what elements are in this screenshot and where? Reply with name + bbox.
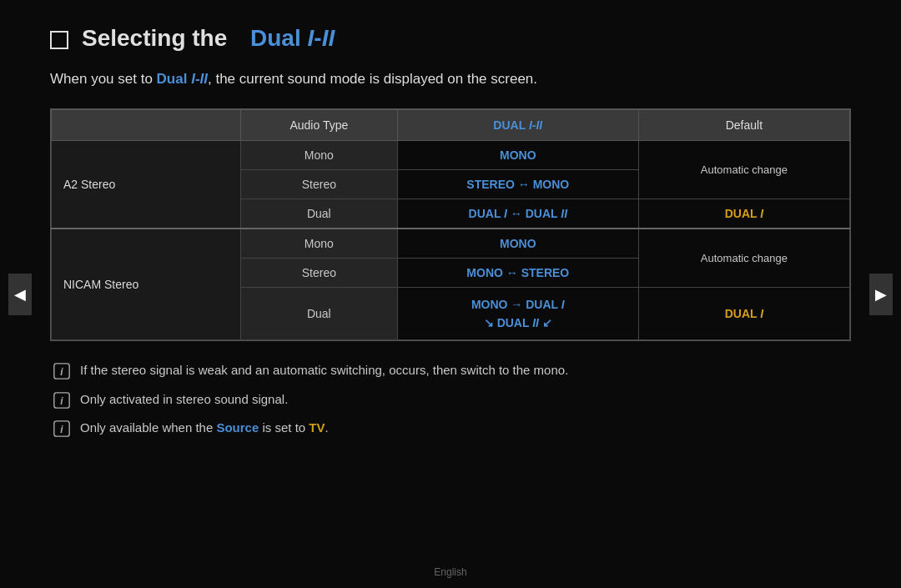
note-text-2: Only activated in stereo sound signal. bbox=[80, 390, 288, 410]
note-icon-2: i bbox=[50, 392, 73, 409]
nav-arrow-left[interactable]: ◀ bbox=[8, 274, 32, 315]
svg-text:i: i bbox=[60, 424, 63, 435]
dual-value-cell: MONO ↔ STEREO bbox=[397, 258, 638, 287]
default-auto-change: Automatic change bbox=[638, 140, 849, 199]
default-value-cell: DUAL I bbox=[638, 199, 849, 229]
subtitle-suffix: , the current sound mode is displayed on… bbox=[208, 71, 537, 87]
note-item-1: i If the stereo signal is weak and an au… bbox=[50, 361, 851, 380]
dual-value-cell: MONO bbox=[397, 140, 638, 169]
title-prefix: Selecting the bbox=[82, 25, 227, 52]
note-icon-1: i bbox=[50, 363, 73, 379]
audio-type-cell: Dual bbox=[240, 199, 397, 229]
dual-value-cell: DUAL I ↔ DUAL II bbox=[397, 199, 638, 229]
footer-language: English bbox=[434, 566, 466, 578]
audio-type-cell: Dual bbox=[240, 287, 397, 340]
dual-value-cell: MONO → DUAL I↘ DUAL II ↙ bbox=[397, 287, 638, 340]
checkbox-icon bbox=[50, 31, 68, 49]
audio-type-cell: Mono bbox=[240, 140, 397, 169]
subtitle-highlight: Dual I-II bbox=[157, 71, 208, 87]
table-row: A2 Stereo Mono MONO Automatic change bbox=[52, 140, 850, 169]
nav-arrow-right[interactable]: ▶ bbox=[869, 274, 893, 315]
col-header-audio-type: Audio Type bbox=[240, 109, 397, 140]
subtitle: When you set to Dual I-II, the current s… bbox=[50, 68, 851, 90]
audio-type-cell: Stereo bbox=[240, 169, 397, 199]
group-label-a2stereo: A2 Stereo bbox=[52, 140, 241, 229]
note-icon-3: i bbox=[50, 420, 73, 437]
subtitle-prefix: When you set to bbox=[50, 71, 153, 87]
svg-text:i: i bbox=[60, 395, 63, 406]
table-row: NICAM Stereo Mono MONO Automatic change bbox=[52, 229, 850, 259]
note-text-1: If the stereo signal is weak and an auto… bbox=[80, 361, 568, 380]
svg-text:i: i bbox=[60, 366, 63, 378]
notes-section: i If the stereo signal is weak and an au… bbox=[50, 361, 851, 438]
dual-value-cell: MONO bbox=[397, 229, 638, 259]
note-item-3: i Only available when the Source is set … bbox=[50, 419, 851, 438]
page-title: Selecting the Dual I-II bbox=[50, 25, 851, 52]
audio-type-cell: Mono bbox=[240, 229, 397, 259]
group-label-nicam: NICAM Stereo bbox=[52, 229, 241, 340]
dual-value-cell: STEREO ↔ MONO bbox=[397, 169, 638, 199]
col-header-default: Default bbox=[638, 109, 849, 140]
title-highlight: Dual I-II bbox=[250, 25, 335, 52]
page-container: ◀ ▶ Selecting the Dual I-II When you set… bbox=[0, 0, 901, 588]
note-text-3: Only available when the Source is set to… bbox=[80, 419, 329, 438]
audio-type-cell: Stereo bbox=[240, 258, 397, 287]
default-auto-change: Automatic change bbox=[638, 229, 849, 288]
default-value-cell: DUAL I bbox=[638, 287, 849, 340]
footer: English bbox=[0, 566, 901, 578]
audio-table-wrapper: Audio Type DUAL I-II Default A2 Stereo M… bbox=[50, 108, 851, 342]
col-header-empty bbox=[52, 109, 241, 140]
audio-table: Audio Type DUAL I-II Default A2 Stereo M… bbox=[51, 109, 850, 341]
col-header-dual: DUAL I-II bbox=[397, 109, 638, 140]
note-item-2: i Only activated in stereo sound signal. bbox=[50, 390, 851, 410]
